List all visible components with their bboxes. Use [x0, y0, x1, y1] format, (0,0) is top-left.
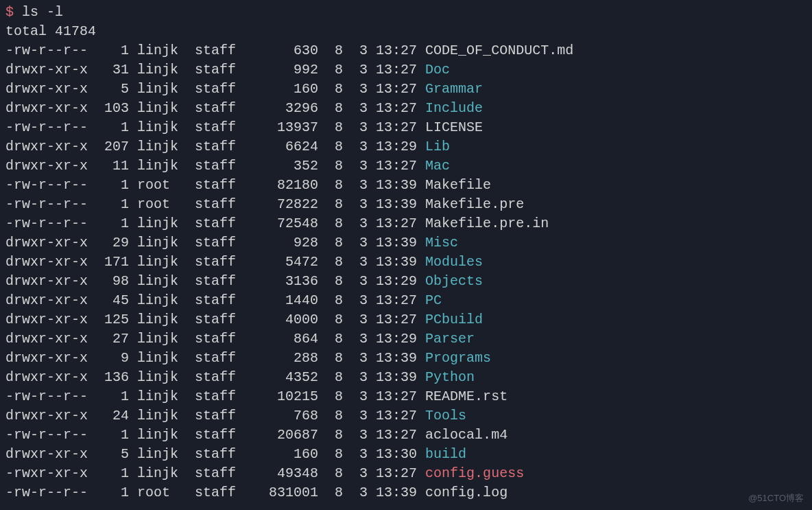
listing-row-meta: -rw-r--r-- 1 root staff 82180 8 3 13:39 [5, 177, 425, 193]
listing-row-meta: -rw-r--r-- 1 linjk staff 72548 8 3 13:27 [5, 216, 425, 231]
listing-row: drwxr-xr-x 125 linjk staff 4000 8 3 13:2… [5, 310, 807, 329]
listing-row-name: Objects [425, 273, 483, 289]
listing-row: -rw-r--r-- 1 linjk staff 630 8 3 13:27 C… [5, 41, 807, 60]
listing-row: -rw-r--r-- 1 root staff 72822 8 3 13:39 … [5, 195, 807, 214]
listing-row: drwxr-xr-x 136 linjk staff 4352 8 3 13:3… [5, 368, 807, 387]
listing-row: drwxr-xr-x 27 linjk staff 864 8 3 13:29 … [5, 329, 807, 349]
listing-row-name: CODE_OF_CONDUCT.md [425, 43, 573, 58]
listing-row: drwxr-xr-x 45 linjk staff 1440 8 3 13:27… [5, 291, 807, 310]
file-listing: -rw-r--r-- 1 linjk staff 630 8 3 13:27 C… [5, 41, 807, 502]
listing-row-name: Lib [425, 139, 450, 154]
listing-row-name: LICENSE [425, 119, 483, 135]
listing-row-meta: drwxr-xr-x 171 linjk staff 5472 8 3 13:3… [5, 254, 425, 270]
listing-row-name: Include [425, 100, 483, 116]
listing-row-name: Modules [425, 254, 483, 270]
listing-row-name: Python [425, 369, 475, 385]
listing-row-meta: drwxr-xr-x 103 linjk staff 3296 8 3 13:2… [5, 100, 425, 116]
listing-row-name: Misc [425, 235, 458, 251]
listing-row-meta: drwxr-xr-x 31 linjk staff 992 8 3 13:27 [5, 62, 425, 78]
listing-row-meta: -rw-r--r-- 1 linjk staff 630 8 3 13:27 [5, 43, 425, 58]
prompt-line: $ ls -l [5, 3, 807, 22]
listing-row-name: Tools [425, 408, 466, 424]
listing-row: -rw-r--r-- 1 linjk staff 20687 8 3 13:27… [5, 426, 807, 445]
listing-row: drwxr-xr-x 31 linjk staff 992 8 3 13:27 … [5, 60, 807, 80]
listing-row-meta: drwxr-xr-x 5 linjk staff 160 8 3 13:27 [5, 81, 425, 97]
listing-row-name: Doc [425, 62, 450, 78]
listing-row: -rw-r--r-- 1 linjk staff 72548 8 3 13:27… [5, 214, 807, 233]
listing-row-name: PC [425, 292, 442, 308]
listing-row-name: Grammar [425, 81, 483, 97]
listing-row: -rw-r--r-- 1 linjk staff 13937 8 3 13:27… [5, 118, 807, 137]
listing-row-meta: drwxr-xr-x 207 linjk staff 6624 8 3 13:2… [5, 139, 425, 154]
listing-row-name: README.rst [425, 389, 508, 404]
listing-row: -rw-r--r-- 1 root staff 82180 8 3 13:39 … [5, 176, 807, 195]
listing-row-meta: drwxr-xr-x 98 linjk staff 3136 8 3 13:29 [5, 273, 425, 289]
listing-row-meta: -rw-r--r-- 1 linjk staff 10215 8 3 13:27 [5, 389, 425, 404]
listing-row: -rwxr-xr-x 1 linjk staff 49348 8 3 13:27… [5, 464, 807, 483]
listing-row-meta: drwxr-xr-x 24 linjk staff 768 8 3 13:27 [5, 408, 425, 424]
listing-row: drwxr-xr-x 98 linjk staff 3136 8 3 13:29… [5, 272, 807, 291]
listing-row-name: aclocal.m4 [425, 427, 508, 443]
listing-row: drwxr-xr-x 171 linjk staff 5472 8 3 13:3… [5, 253, 807, 272]
listing-row-meta: -rwxr-xr-x 1 linjk staff 49348 8 3 13:27 [5, 465, 425, 481]
listing-row-name: build [425, 446, 466, 462]
listing-row-name: PCbuild [425, 312, 483, 327]
listing-row-meta: drwxr-xr-x 29 linjk staff 928 8 3 13:39 [5, 235, 425, 251]
listing-row-name: Makefile.pre.in [425, 216, 549, 231]
listing-row: drwxr-xr-x 5 linjk staff 160 8 3 13:30 b… [5, 445, 807, 464]
listing-row-meta: drwxr-xr-x 11 linjk staff 352 8 3 13:27 [5, 158, 425, 174]
listing-row-meta: -rw-r--r-- 1 linjk staff 13937 8 3 13:27 [5, 119, 425, 135]
listing-row-name: Mac [425, 158, 450, 174]
listing-row: -rw-r--r-- 1 linjk staff 10215 8 3 13:27… [5, 387, 807, 406]
command-text: ls -l [22, 4, 63, 20]
listing-row: drwxr-xr-x 9 linjk staff 288 8 3 13:39 P… [5, 349, 807, 368]
listing-row: -rw-r--r-- 1 root staff 831001 8 3 13:39… [5, 483, 807, 502]
listing-row-meta: drwxr-xr-x 45 linjk staff 1440 8 3 13:27 [5, 292, 425, 308]
listing-row-name: config.log [425, 485, 508, 500]
listing-row-meta: -rw-r--r-- 1 linjk staff 20687 8 3 13:27 [5, 427, 425, 443]
listing-row: drwxr-xr-x 5 linjk staff 160 8 3 13:27 G… [5, 80, 807, 99]
listing-row-meta: drwxr-xr-x 136 linjk staff 4352 8 3 13:3… [5, 369, 425, 385]
listing-row: drwxr-xr-x 24 linjk staff 768 8 3 13:27 … [5, 406, 807, 426]
listing-row-meta: drwxr-xr-x 5 linjk staff 160 8 3 13:30 [5, 446, 425, 462]
listing-row-name: Programs [425, 350, 491, 366]
watermark: @51CTO博客 [748, 492, 804, 505]
listing-row-name: Makefile.pre [425, 196, 524, 212]
listing-row-name: Parser [425, 331, 475, 347]
listing-row: drwxr-xr-x 29 linjk staff 928 8 3 13:39 … [5, 233, 807, 253]
listing-row-meta: -rw-r--r-- 1 root staff 72822 8 3 13:39 [5, 196, 425, 212]
listing-row-meta: drwxr-xr-x 27 linjk staff 864 8 3 13:29 [5, 331, 425, 347]
listing-row-meta: drwxr-xr-x 125 linjk staff 4000 8 3 13:2… [5, 312, 425, 327]
listing-row-meta: -rw-r--r-- 1 root staff 831001 8 3 13:39 [5, 485, 425, 500]
listing-row: drwxr-xr-x 11 linjk staff 352 8 3 13:27 … [5, 157, 807, 176]
listing-row: drwxr-xr-x 103 linjk staff 3296 8 3 13:2… [5, 99, 807, 118]
listing-row-name: config.guess [425, 465, 524, 481]
listing-row-name: Makefile [425, 177, 491, 193]
listing-row-meta: drwxr-xr-x 9 linjk staff 288 8 3 13:39 [5, 350, 425, 366]
prompt-symbol: $ [5, 4, 14, 20]
listing-row: drwxr-xr-x 207 linjk staff 6624 8 3 13:2… [5, 137, 807, 157]
total-line: total 41784 [5, 22, 807, 41]
